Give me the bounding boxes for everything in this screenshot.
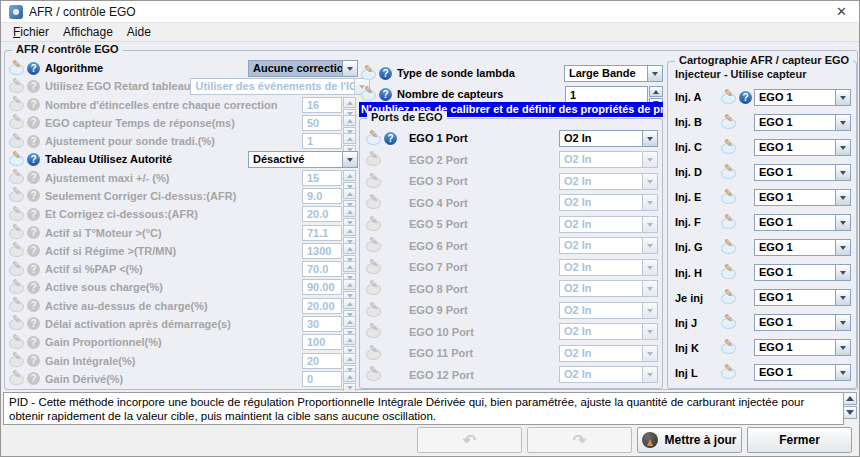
chevron-down-icon[interactable] (642, 217, 657, 232)
injector-ego-combo[interactable]: EGO 1 (754, 339, 851, 356)
sensor-count-spinner[interactable]: 1 (565, 86, 663, 103)
menu-affichage[interactable]: Affichage (56, 24, 120, 40)
spin-up-icon[interactable] (649, 86, 663, 97)
help-icon[interactable]: ? (27, 244, 40, 257)
chevron-down-icon[interactable] (835, 265, 850, 280)
ego-port-combo[interactable]: O2 In (559, 366, 658, 383)
chevron-down-icon[interactable] (642, 260, 657, 275)
combo-box[interactable]: Utiliser des événements de l'IGN (190, 78, 370, 95)
number-spinner[interactable]: 9.0 (302, 188, 356, 204)
sonde-type-combo[interactable]: Large Bande (564, 65, 663, 82)
number-spinner[interactable]: 20.00 (302, 298, 356, 314)
chevron-down-icon[interactable] (342, 61, 357, 76)
chevron-down-icon[interactable] (642, 238, 657, 253)
spinner-value[interactable]: 15 (302, 170, 342, 186)
ego-port-combo[interactable]: O2 In (559, 237, 658, 254)
spinner-value[interactable]: 100 (302, 334, 342, 350)
number-spinner[interactable]: 50 (302, 115, 356, 131)
chevron-down-icon[interactable] (647, 66, 662, 81)
spin-up-icon[interactable] (343, 316, 356, 327)
combo-box[interactable]: Aucune correction (248, 60, 358, 77)
spinner-value[interactable]: 20.0 (302, 206, 342, 222)
number-spinner[interactable]: 16 (302, 97, 356, 113)
injector-ego-combo[interactable]: EGO 1 (754, 289, 851, 306)
spin-up-icon[interactable] (343, 353, 356, 364)
help-icon[interactable]: ? (27, 281, 40, 294)
help-icon[interactable]: ? (27, 80, 40, 93)
spin-up-icon[interactable] (343, 188, 356, 199)
injector-ego-combo[interactable]: EGO 1 (754, 239, 851, 256)
ego-port-combo[interactable]: O2 In (559, 280, 658, 297)
injector-ego-combo[interactable]: EGO 1 (754, 164, 851, 181)
chevron-down-icon[interactable] (642, 367, 657, 382)
chevron-down-icon[interactable] (835, 190, 850, 205)
ego-port-combo[interactable]: O2 In (559, 345, 658, 362)
help-icon[interactable]: ? (27, 354, 40, 367)
number-spinner[interactable]: 20 (302, 353, 356, 369)
help-icon[interactable]: ? (27, 208, 40, 221)
number-spinner[interactable]: 71.1 (302, 225, 356, 241)
ego-port-combo[interactable]: O2 In (559, 194, 658, 211)
spinner-value[interactable]: 1 (302, 133, 342, 149)
ego-port-combo[interactable]: O2 In (559, 173, 658, 190)
injector-ego-combo[interactable]: EGO 1 (754, 364, 851, 381)
spinner-value[interactable]: 1 (565, 86, 648, 103)
chevron-down-icon[interactable] (835, 365, 850, 380)
help-icon[interactable]: ? (27, 62, 40, 75)
help-icon[interactable]: ? (27, 189, 40, 202)
spin-up-icon[interactable] (343, 115, 356, 126)
chevron-down-icon[interactable] (835, 215, 850, 230)
ego-port-combo[interactable]: O2 In (559, 302, 658, 319)
update-button[interactable]: Mettre à jour (637, 427, 742, 453)
spinner-value[interactable]: 9.0 (302, 188, 342, 204)
help-icon[interactable]: ? (27, 299, 40, 312)
help-icon[interactable]: ? (379, 88, 392, 101)
spinner-value[interactable]: 20.00 (302, 298, 342, 314)
chevron-down-icon[interactable] (642, 324, 657, 339)
help-icon[interactable]: ? (27, 226, 40, 239)
spin-up-icon[interactable] (343, 243, 356, 254)
spinner-value[interactable]: 50 (302, 115, 342, 131)
injector-ego-combo[interactable]: EGO 1 (754, 114, 851, 131)
number-spinner[interactable]: 15 (302, 170, 356, 186)
spinner-value[interactable]: 70.0 (302, 261, 342, 277)
menu-aide[interactable]: Aide (120, 24, 158, 40)
help-icon[interactable]: ? (27, 317, 40, 330)
chevron-down-icon[interactable] (642, 346, 657, 361)
help-icon[interactable]: ? (27, 263, 40, 276)
redo-button[interactable]: ↷ (527, 427, 632, 453)
spinner-value[interactable]: 20 (302, 353, 342, 369)
chevron-down-icon[interactable] (835, 340, 850, 355)
spin-up-icon[interactable] (343, 206, 356, 217)
spin-up-icon[interactable] (343, 298, 356, 309)
spin-up-icon[interactable] (343, 170, 356, 181)
number-spinner[interactable]: 70.0 (302, 261, 356, 277)
injector-ego-combo[interactable]: EGO 1 (754, 189, 851, 206)
help-icon[interactable]: ? (27, 135, 40, 148)
spin-up-icon[interactable] (343, 279, 356, 290)
injector-ego-combo[interactable]: EGO 1 (754, 314, 851, 331)
injector-ego-combo[interactable]: EGO 1 (754, 214, 851, 231)
ego-port-combo[interactable]: O2 In (559, 130, 658, 147)
number-spinner[interactable]: 30 (302, 316, 356, 332)
spin-up-icon[interactable] (343, 133, 356, 144)
chevron-down-icon[interactable] (642, 303, 657, 318)
spinner-value[interactable]: 90.00 (302, 279, 342, 295)
help-icon[interactable]: ? (27, 98, 40, 111)
chevron-down-icon[interactable] (642, 152, 657, 167)
help-icon[interactable]: ? (379, 67, 392, 80)
spin-up-icon[interactable] (343, 225, 356, 236)
chevron-down-icon[interactable] (835, 240, 850, 255)
spinner-value[interactable]: 71.1 (302, 225, 342, 241)
close-icon[interactable]: ✕ (832, 4, 851, 19)
chevron-down-icon[interactable] (835, 165, 850, 180)
chevron-down-icon[interactable] (835, 140, 850, 155)
number-spinner[interactable]: 20.0 (302, 206, 356, 222)
number-spinner[interactable]: 1300 (302, 243, 356, 259)
chevron-down-icon[interactable] (642, 131, 657, 146)
spin-up-icon[interactable] (343, 334, 356, 345)
spin-up-icon[interactable] (343, 97, 356, 108)
chevron-down-icon[interactable] (835, 115, 850, 130)
close-button[interactable]: Fermer (747, 427, 852, 453)
chevron-down-icon[interactable] (835, 90, 850, 105)
